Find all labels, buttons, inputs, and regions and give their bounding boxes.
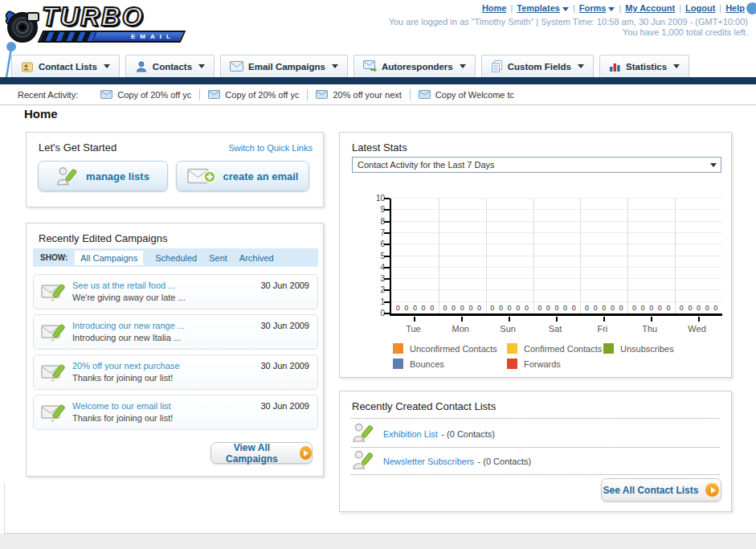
nav-separator: |	[719, 3, 721, 13]
y-tick	[384, 256, 390, 257]
y-tick-label: 6	[362, 240, 385, 248]
filter-archived[interactable]: Archived	[239, 253, 274, 263]
campaign-title-link[interactable]: 20% off your next purchase	[72, 361, 180, 371]
chevron-down-icon	[460, 64, 466, 68]
activity-item[interactable]: Copy of Welcome tc	[411, 89, 522, 100]
chevron-down-icon	[562, 7, 569, 11]
activity-item-label: 20% off your next	[333, 90, 401, 100]
contact-list-item[interactable]: Newsletter Subscribers - (0 Contacts)	[352, 449, 531, 471]
chart-value-labels: 00000	[391, 304, 439, 312]
campaign-date: 30 Jun 2009	[260, 321, 309, 330]
campaign-item[interactable]: 20% off your next purchase Thanks for jo…	[33, 354, 318, 390]
nav-link-forms[interactable]: Forms	[579, 3, 607, 13]
dotted-separator	[351, 474, 720, 475]
envelope-pencil-icon	[41, 362, 67, 384]
envelope-plus-icon	[187, 167, 216, 186]
chart-value-label: 0	[430, 304, 434, 312]
legend-swatch	[507, 343, 517, 354]
statistics-icon	[609, 60, 621, 72]
chart-value-label: 0	[422, 304, 426, 312]
stats-period-select[interactable]: Contact Activity for the Last 7 Days	[352, 157, 721, 173]
chart-gridline	[391, 256, 722, 256]
contact-list-link[interactable]: Newsletter Subscribers	[383, 457, 474, 466]
tab-label: Statistics	[626, 62, 667, 72]
campaigns-filter-bar: SHOW: All Campaigns Scheduled Sent Archi…	[33, 248, 318, 267]
filter-scheduled[interactable]: Scheduled	[155, 253, 197, 263]
see-all-contact-lists-button[interactable]: See All Contact Lists	[601, 478, 721, 502]
activity-item[interactable]: Copy of 20% off yc	[92, 89, 200, 100]
custom-fields-icon	[491, 60, 503, 73]
campaign-title-link[interactable]: Introducing our new range ...	[72, 321, 185, 330]
recent-activity-bar: Recent Activity: Copy of 20% off yc Copy…	[0, 84, 756, 105]
see-all-contact-lists-label: See All Contact Lists	[603, 485, 699, 496]
tab-contact-lists[interactable]: Contact Lists	[11, 55, 120, 77]
nav-link-help[interactable]: Help	[725, 3, 745, 13]
page-title: Home	[24, 107, 58, 121]
filter-all-campaigns[interactable]: All Campaigns	[75, 251, 143, 265]
legend-label: Unsubscribes	[620, 344, 674, 354]
view-all-campaigns-button[interactable]: View All Campaigns	[210, 442, 313, 464]
chart-value-label: 0	[537, 304, 541, 312]
logo-subtitle: EMAIL	[131, 33, 175, 40]
contact-list-item[interactable]: Exhibition List - (0 Contacts)	[352, 422, 495, 444]
chart-gridline	[391, 278, 722, 279]
y-tick	[384, 313, 390, 314]
x-tick-label: Mon	[437, 324, 484, 334]
chart-gridline	[391, 221, 722, 222]
navy-divider-bar	[0, 77, 756, 84]
help-bubble-icon[interactable]	[746, 2, 756, 14]
nav-separator: |	[573, 3, 575, 13]
y-tick	[384, 267, 390, 268]
activity-item[interactable]: Copy of 20% off yc	[200, 89, 308, 100]
tab-label: Autoresponders	[382, 62, 453, 72]
chart-value-label: 0	[477, 304, 481, 312]
tab-custom-fields[interactable]: Custom Fields	[481, 55, 594, 77]
chart-value-label: 0	[572, 304, 576, 312]
get-started-panel: Let's Get Started Switch to Quick Links …	[26, 132, 324, 207]
campaign-item[interactable]: Welcome to our email list Thanks for joi…	[33, 395, 318, 430]
campaign-item[interactable]: See us at the retail food ... We're givi…	[33, 274, 318, 309]
switch-quick-links[interactable]: Switch to Quick Links	[228, 143, 313, 153]
x-tick	[603, 317, 605, 322]
tab-statistics[interactable]: Statistics	[599, 55, 689, 77]
contact-list-link[interactable]: Exhibition List	[383, 429, 438, 439]
y-tick-label: 3	[362, 274, 385, 283]
nav-link-home[interactable]: Home	[482, 3, 507, 13]
chart-day-separator	[486, 199, 487, 313]
manage-lists-button[interactable]: manage lists	[38, 161, 168, 191]
create-email-button[interactable]: create an email	[176, 161, 309, 191]
legend-swatch	[603, 343, 614, 354]
chart-value-labels: 00000	[533, 304, 581, 312]
chart-day-separator	[439, 199, 439, 313]
view-all-campaigns-label: View All Campaigns	[211, 442, 292, 465]
x-tick	[509, 317, 510, 322]
tab-email-campaigns[interactable]: Email Campaigns	[220, 55, 348, 77]
chevron-down-icon	[104, 64, 110, 68]
nav-link-my-account[interactable]: My Account	[625, 3, 675, 13]
nav-link-logout[interactable]: Logout	[685, 3, 715, 13]
chart-value-label: 0	[443, 304, 447, 312]
tab-contacts[interactable]: Contacts	[125, 55, 215, 77]
legend-item-confirmed: Confirmed Contacts	[507, 343, 603, 354]
filter-sent[interactable]: Sent	[209, 253, 227, 263]
campaign-title-link[interactable]: See us at the retail food ...	[72, 281, 175, 290]
chart-value-label: 0	[666, 304, 670, 312]
campaign-title-link[interactable]: Welcome to our email list	[72, 401, 171, 411]
envelope-icon	[316, 90, 328, 99]
chevron-down-icon	[608, 7, 615, 11]
tab-autoresponders[interactable]: Autoresponders	[353, 55, 476, 77]
activity-item[interactable]: 20% off your next	[308, 89, 410, 100]
nav-link-templates[interactable]: Templates	[517, 3, 560, 13]
app-logo[interactable]: TURBO EMAIL	[5, 2, 194, 47]
stats-period-value: Contact Activity for the Last 7 Days	[358, 160, 495, 170]
chart-value-label: 0	[452, 304, 456, 312]
chart-value-label: 0	[499, 304, 503, 312]
manage-lists-label: manage lists	[86, 170, 149, 182]
chart-gridline	[391, 232, 722, 233]
activity-item-label: Copy of 20% off yc	[225, 90, 299, 100]
campaign-subtitle: Thanks for joining our list!	[72, 413, 173, 423]
chevron-down-icon	[332, 64, 338, 68]
campaign-item[interactable]: Introducing our new range ... Introducin…	[33, 314, 318, 350]
chart-gridline	[391, 244, 722, 244]
tab-label: Email Campaigns	[248, 62, 325, 72]
